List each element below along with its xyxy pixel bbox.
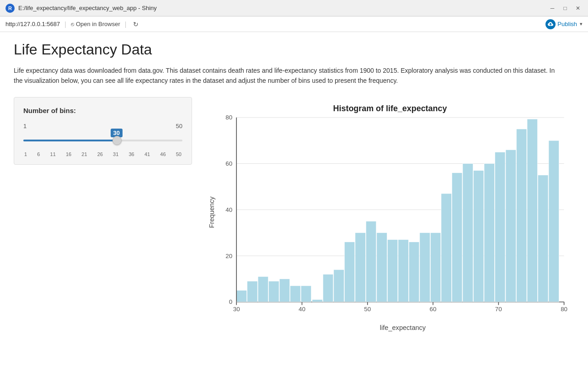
slider-track-container[interactable]: 30 bbox=[23, 131, 182, 150]
bar-21 bbox=[452, 173, 462, 302]
bar-29 bbox=[538, 175, 548, 302]
slider-panel: Number of bins: 1 50 30 1 6 11 16 21 26 … bbox=[14, 97, 192, 165]
bar-22 bbox=[463, 163, 473, 302]
bar-1 bbox=[236, 290, 246, 302]
tick-46: 46 bbox=[160, 151, 166, 157]
x-axis-label: life_expectancy bbox=[380, 324, 426, 331]
bar-14 bbox=[377, 232, 387, 302]
bar-18 bbox=[420, 232, 430, 302]
histogram-svg: Histogram of life_expectancy Frequency l… bbox=[206, 97, 574, 343]
y-tick-80: 80 bbox=[225, 114, 232, 121]
tick-16: 16 bbox=[66, 151, 71, 157]
bar-30 bbox=[549, 140, 559, 302]
open-browser-button[interactable]: ⎋ Open in Browser bbox=[71, 21, 120, 27]
tick-21: 21 bbox=[81, 151, 87, 157]
bar-27 bbox=[517, 129, 527, 302]
refresh-button[interactable]: ↻ bbox=[131, 19, 141, 29]
minimize-button[interactable]: ─ bbox=[548, 4, 557, 13]
bar-16 bbox=[398, 240, 408, 302]
y-tick-20: 20 bbox=[225, 252, 232, 259]
publish-icon bbox=[545, 19, 556, 29]
slider-fill bbox=[23, 140, 117, 141]
slider-min-label: 1 bbox=[23, 123, 27, 130]
x-tick-60: 60 bbox=[430, 306, 437, 313]
bar-11 bbox=[344, 242, 354, 302]
bar-3 bbox=[258, 276, 268, 302]
separator: | bbox=[64, 21, 66, 28]
bar-13 bbox=[366, 221, 376, 302]
y-axis-label: Frequency bbox=[208, 196, 215, 228]
separator2: | bbox=[125, 21, 127, 28]
bar-7 bbox=[301, 286, 311, 302]
tick-36: 36 bbox=[128, 151, 134, 157]
bar-24 bbox=[484, 163, 494, 302]
bar-15 bbox=[387, 240, 397, 302]
slider-ticks: 1 6 11 16 21 26 31 36 41 46 50 bbox=[23, 151, 182, 157]
bar-5 bbox=[279, 279, 289, 302]
slider-max-label: 50 bbox=[176, 123, 182, 130]
bar-4 bbox=[269, 281, 279, 302]
x-tick-40: 40 bbox=[299, 306, 305, 313]
x-tick-70: 70 bbox=[495, 306, 502, 313]
maximize-button[interactable]: □ bbox=[561, 4, 570, 13]
tick-1: 1 bbox=[24, 151, 27, 157]
slider-label: Number of bins: bbox=[23, 107, 182, 114]
page-title: Life Expectancy Data bbox=[14, 41, 574, 58]
bar-17 bbox=[409, 242, 419, 302]
slider-thumb[interactable] bbox=[112, 136, 122, 145]
publish-area: Publish ▾ bbox=[545, 19, 583, 29]
main-content: Life Expectancy Data Life expectancy dat… bbox=[0, 32, 588, 378]
bar-8 bbox=[312, 300, 322, 302]
x-tick-30: 30 bbox=[233, 306, 240, 313]
bar-6 bbox=[290, 286, 300, 302]
bar-19 bbox=[430, 232, 440, 302]
histogram-container: Histogram of life_expectancy Frequency l… bbox=[206, 97, 574, 344]
bar-28 bbox=[527, 119, 537, 302]
histogram-title: Histogram of life_expectancy bbox=[333, 104, 447, 113]
tick-31: 31 bbox=[113, 151, 118, 157]
bar-25 bbox=[495, 152, 505, 302]
y-tick-40: 40 bbox=[225, 206, 232, 213]
bar-12 bbox=[355, 232, 365, 302]
bar-20 bbox=[441, 194, 451, 302]
tick-26: 26 bbox=[97, 151, 103, 157]
app-icon: R bbox=[5, 4, 15, 13]
publish-button[interactable]: Publish bbox=[557, 21, 577, 27]
page-description: Life expectancy data was downloaded from… bbox=[14, 65, 562, 86]
tick-50: 50 bbox=[176, 151, 182, 157]
y-tick-60: 60 bbox=[225, 160, 232, 167]
bar-2 bbox=[247, 281, 257, 302]
x-tick-80: 80 bbox=[561, 306, 567, 313]
bar-10 bbox=[334, 270, 344, 302]
browser-icon: ⎋ bbox=[71, 21, 74, 27]
title-bar: R E:/life_expectancy/life_expectancy_web… bbox=[0, 0, 588, 16]
bar-23 bbox=[473, 170, 483, 302]
x-tick-50: 50 bbox=[364, 306, 371, 313]
tick-11: 11 bbox=[50, 151, 56, 157]
tick-41: 41 bbox=[144, 151, 150, 157]
close-button[interactable]: ✕ bbox=[573, 4, 583, 13]
address-bar: http://127.0.0.1:5687 | ⎋ Open in Browse… bbox=[0, 16, 588, 32]
content-layout: Number of bins: 1 50 30 1 6 11 16 21 26 … bbox=[14, 97, 574, 344]
tick-6: 6 bbox=[37, 151, 40, 157]
slider-range-labels: 1 50 bbox=[23, 123, 182, 130]
cloud-icon bbox=[547, 21, 554, 27]
open-browser-label: Open in Browser bbox=[76, 21, 120, 27]
slider-track bbox=[23, 140, 182, 141]
bar-26 bbox=[506, 150, 516, 302]
y-tick-0: 0 bbox=[229, 298, 232, 305]
url-text[interactable]: http://127.0.0.1:5687 bbox=[5, 21, 60, 27]
publish-dropdown[interactable]: ▾ bbox=[580, 21, 583, 27]
window-title: E:/life_expectancy/life_expectancy_web_a… bbox=[18, 5, 548, 11]
bar-9 bbox=[323, 274, 333, 302]
window-controls: ─ □ ✕ bbox=[548, 4, 583, 13]
